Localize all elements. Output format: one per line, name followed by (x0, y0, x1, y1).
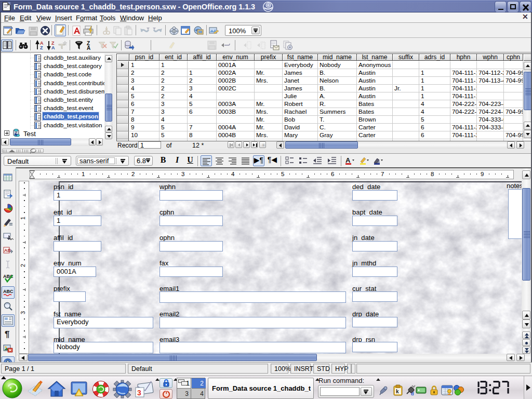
svg-text:A: A (51, 45, 55, 50)
svg-text:Z: Z (40, 45, 43, 50)
svg-text:ABC: ABC (3, 289, 14, 294)
svg-text:d: d (411, 391, 414, 396)
svg-text:AB: AB (4, 248, 11, 253)
svg-text:A: A (345, 156, 351, 164)
svg-text:k: k (396, 389, 399, 394)
svg-text:3: 3 (137, 389, 141, 397)
svg-text:A: A (87, 45, 90, 50)
